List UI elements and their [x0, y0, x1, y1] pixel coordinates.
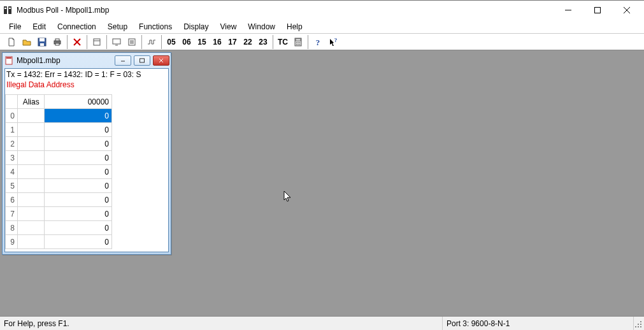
alias-cell[interactable]: [18, 179, 45, 193]
value-cell[interactable]: 0: [45, 221, 112, 235]
child-window[interactable]: Mbpoll1.mbp Tx = 1432: Err = 1432: ID = …: [2, 52, 171, 255]
value-cell[interactable]: 0: [45, 137, 112, 151]
table-row[interactable]: 80: [6, 221, 112, 235]
child-title: Mbpoll1.mbp: [17, 56, 115, 65]
svg-point-27: [297, 42, 299, 43]
value-cell[interactable]: 0: [45, 165, 112, 179]
table-row[interactable]: 20: [6, 137, 112, 151]
error-line: Illegal Data Address: [6, 80, 167, 90]
menu-setup[interactable]: Setup: [103, 21, 132, 32]
menu-file[interactable]: File: [4, 21, 26, 32]
monitor-button[interactable]: [110, 35, 124, 49]
table-row[interactable]: 10: [6, 123, 112, 137]
menu-bar: FileEditConnectionSetupFunctionsDisplayV…: [0, 20, 644, 34]
svg-rect-41: [638, 324, 639, 325]
svg-rect-43: [635, 326, 636, 327]
child-title-bar[interactable]: Mbpoll1.mbp: [3, 53, 171, 68]
close-button[interactable]: [612, 1, 641, 20]
function-23-button[interactable]: 23: [256, 35, 270, 49]
menu-functions[interactable]: Functions: [134, 21, 177, 32]
alias-cell[interactable]: [18, 109, 45, 123]
value-cell[interactable]: 0: [45, 109, 112, 123]
function-22-button[interactable]: 22: [241, 35, 255, 49]
pulse-button[interactable]: [145, 35, 159, 49]
maximize-button[interactable]: [583, 1, 612, 20]
row-index: 7: [6, 207, 18, 221]
definition-button[interactable]: [90, 35, 104, 49]
menu-help[interactable]: Help: [282, 21, 308, 32]
log-button[interactable]: [125, 35, 139, 49]
menu-connection[interactable]: Connection: [52, 21, 101, 32]
value-cell[interactable]: 0: [45, 235, 112, 249]
alias-cell[interactable]: [18, 235, 45, 249]
status-lines: Tx = 1432: Err = 1432: ID = 1: F = 03: S…: [5, 69, 168, 90]
svg-point-28: [299, 42, 301, 43]
child-window-controls: [115, 55, 169, 66]
new-button[interactable]: [4, 35, 18, 49]
function-17-button[interactable]: 17: [225, 35, 240, 49]
save-button[interactable]: [35, 35, 49, 49]
value-cell[interactable]: 0: [45, 193, 112, 207]
tc-button[interactable]: TC: [276, 35, 290, 49]
resize-grip[interactable]: [634, 317, 644, 330]
calculator-button[interactable]: [291, 35, 305, 49]
svg-point-30: [297, 44, 299, 45]
title-bar[interactable]: Modbus Poll - Mbpoll1.mbp: [0, 1, 644, 20]
alias-cell[interactable]: [18, 137, 45, 151]
svg-rect-42: [640, 324, 641, 325]
register-grid[interactable]: Alias 00000 00102030405060708090: [5, 94, 112, 249]
table-row[interactable]: 00: [6, 109, 112, 123]
open-button[interactable]: [20, 35, 34, 49]
minimize-button[interactable]: [554, 1, 583, 20]
row-index: 4: [6, 165, 18, 179]
menu-view[interactable]: View: [215, 21, 242, 32]
value-cell[interactable]: 0: [45, 179, 112, 193]
svg-rect-12: [55, 39, 59, 41]
table-row[interactable]: 50: [6, 179, 112, 193]
child-body: Tx = 1432: Err = 1432: ID = 1: F = 03: S…: [4, 68, 169, 252]
alias-header[interactable]: Alias: [18, 95, 45, 109]
alias-cell[interactable]: [18, 123, 45, 137]
function-06-button[interactable]: 06: [180, 35, 194, 49]
toolbar-handle[interactable]: [1, 34, 4, 50]
child-close-button[interactable]: [153, 55, 169, 66]
alias-cell[interactable]: [18, 207, 45, 221]
context-help-button[interactable]: ?: [326, 35, 340, 49]
alias-cell[interactable]: [18, 151, 45, 165]
mdi-client-area[interactable]: Mbpoll1.mbp Tx = 1432: Err = 1432: ID = …: [0, 50, 644, 316]
svg-text:?: ?: [316, 38, 320, 47]
document-icon: [4, 55, 14, 66]
print-button[interactable]: [50, 35, 64, 49]
child-maximize-button[interactable]: [134, 55, 150, 66]
function-15-button[interactable]: 15: [195, 35, 209, 49]
svg-text:?: ?: [334, 38, 338, 43]
value-header[interactable]: 00000: [45, 95, 112, 109]
table-row[interactable]: 40: [6, 165, 112, 179]
svg-rect-16: [94, 39, 100, 45]
alias-cell[interactable]: [18, 221, 45, 235]
alias-cell[interactable]: [18, 165, 45, 179]
help-button[interactable]: ?: [311, 35, 325, 49]
svg-rect-2: [4, 8, 6, 9]
app-icon: [3, 5, 13, 15]
table-row[interactable]: 70: [6, 207, 112, 221]
value-cell[interactable]: 0: [45, 151, 112, 165]
value-cell[interactable]: 0: [45, 207, 112, 221]
delete-button[interactable]: [70, 35, 84, 49]
function-05-button[interactable]: 05: [164, 35, 178, 49]
table-row[interactable]: 90: [6, 235, 112, 249]
table-row[interactable]: 30: [6, 151, 112, 165]
function-16-button[interactable]: 16: [210, 35, 224, 49]
alias-cell[interactable]: [18, 193, 45, 207]
row-index: 6: [6, 193, 18, 207]
status-bar: For Help, press F1. Port 3: 9600-8-N-1: [0, 316, 644, 330]
svg-rect-13: [55, 43, 59, 45]
svg-rect-25: [296, 39, 301, 41]
svg-point-26: [296, 42, 297, 43]
menu-edit[interactable]: Edit: [27, 21, 51, 32]
menu-window[interactable]: Window: [243, 21, 280, 32]
table-row[interactable]: 60: [6, 193, 112, 207]
menu-display[interactable]: Display: [178, 21, 213, 32]
child-minimize-button[interactable]: [115, 55, 131, 66]
value-cell[interactable]: 0: [45, 123, 112, 137]
